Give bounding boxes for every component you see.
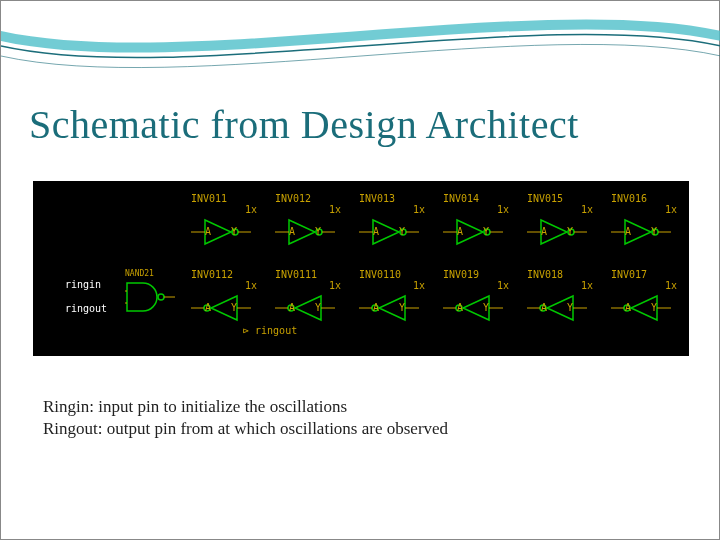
pin-a: A — [625, 226, 631, 237]
pin-a: A — [541, 226, 547, 237]
schematic-panel: ringin ringout NAND21 ⊳ ringout INV0111x… — [33, 181, 689, 356]
inverter-multiplier: 1x — [359, 280, 439, 291]
inverter-icon — [359, 216, 419, 248]
inverter-multiplier: 1x — [443, 204, 523, 215]
inverter-icon — [443, 292, 503, 324]
pin-y: Y — [567, 226, 573, 237]
pin-a: A — [373, 302, 379, 313]
inverter-multiplier: 1x — [191, 204, 271, 215]
pin-a: A — [205, 226, 211, 237]
inverter-label: INV018 — [527, 269, 607, 280]
inverter-label: INV011 — [191, 193, 271, 204]
inverter-multiplier: 1x — [191, 280, 271, 291]
inverter-inv0111: INV01111xAY — [275, 269, 355, 339]
pin-y: Y — [315, 226, 321, 237]
pin-y: Y — [567, 302, 573, 313]
pin-y: Y — [483, 302, 489, 313]
inverter-label: INV016 — [611, 193, 691, 204]
inverter-inv018: INV0181xAY — [527, 269, 607, 339]
inverter-row-top: INV0111xAYINV0121xAYINV0131xAYINV0141xAY… — [33, 193, 689, 273]
header-swoosh — [1, 1, 720, 91]
pin-a: A — [373, 226, 379, 237]
inverter-icon — [191, 216, 251, 248]
pin-a: A — [205, 302, 211, 313]
inverter-icon — [611, 292, 671, 324]
inverter-label: INV012 — [275, 193, 355, 204]
pin-a: A — [457, 226, 463, 237]
inverter-label: INV013 — [359, 193, 439, 204]
pin-a: A — [541, 302, 547, 313]
inverter-label: INV0112 — [191, 269, 271, 280]
inverter-icon — [527, 216, 587, 248]
inverter-inv011: INV0111xAY — [191, 193, 271, 263]
inverter-multiplier: 1x — [359, 204, 439, 215]
inverter-multiplier: 1x — [611, 204, 691, 215]
inverter-inv0110: INV01101xAY — [359, 269, 439, 339]
pin-y: Y — [399, 302, 405, 313]
pin-y: Y — [315, 302, 321, 313]
slide-title: Schematic from Design Architect — [29, 101, 579, 148]
inverter-label: INV017 — [611, 269, 691, 280]
pin-a: A — [625, 302, 631, 313]
inverter-multiplier: 1x — [527, 280, 607, 291]
slide: Schematic from Design Architect ringin r… — [0, 0, 720, 540]
inverter-inv015: INV0151xAY — [527, 193, 607, 263]
inverter-multiplier: 1x — [527, 204, 607, 215]
pin-y: Y — [231, 226, 237, 237]
inverter-label: INV015 — [527, 193, 607, 204]
inverter-label: INV0111 — [275, 269, 355, 280]
inverter-inv013: INV0131xAY — [359, 193, 439, 263]
inverter-icon — [191, 292, 251, 324]
pin-y: Y — [399, 226, 405, 237]
inverter-icon — [611, 216, 671, 248]
inverter-inv014: INV0141xAY — [443, 193, 523, 263]
inverter-inv016: INV0161xAY — [611, 193, 691, 263]
pin-a: A — [289, 302, 295, 313]
inverter-inv017: INV0171xAY — [611, 269, 691, 339]
pin-y: Y — [651, 226, 657, 237]
inverter-icon — [527, 292, 587, 324]
caption-line-2: Ringout: output pin from at which oscill… — [43, 418, 448, 440]
caption-block: Ringin: input pin to initialize the osci… — [43, 396, 448, 440]
pin-a: A — [457, 302, 463, 313]
inverter-inv019: INV0191xAY — [443, 269, 523, 339]
pin-y: Y — [231, 302, 237, 313]
inverter-icon — [443, 216, 503, 248]
inverter-row-bottom: INV01121xAYINV01111xAYINV01101xAYINV0191… — [33, 269, 689, 349]
caption-line-1: Ringin: input pin to initialize the osci… — [43, 396, 448, 418]
pin-y: Y — [651, 302, 657, 313]
inverter-label: INV019 — [443, 269, 523, 280]
inverter-inv012: INV0121xAY — [275, 193, 355, 263]
inverter-multiplier: 1x — [275, 280, 355, 291]
inverter-icon — [275, 216, 335, 248]
inverter-label: INV014 — [443, 193, 523, 204]
inverter-multiplier: 1x — [275, 204, 355, 215]
inverter-icon — [359, 292, 419, 324]
inverter-icon — [275, 292, 335, 324]
pin-a: A — [289, 226, 295, 237]
inverter-multiplier: 1x — [611, 280, 691, 291]
inverter-multiplier: 1x — [443, 280, 523, 291]
inverter-label: INV0110 — [359, 269, 439, 280]
inverter-inv0112: INV01121xAY — [191, 269, 271, 339]
pin-y: Y — [483, 226, 489, 237]
